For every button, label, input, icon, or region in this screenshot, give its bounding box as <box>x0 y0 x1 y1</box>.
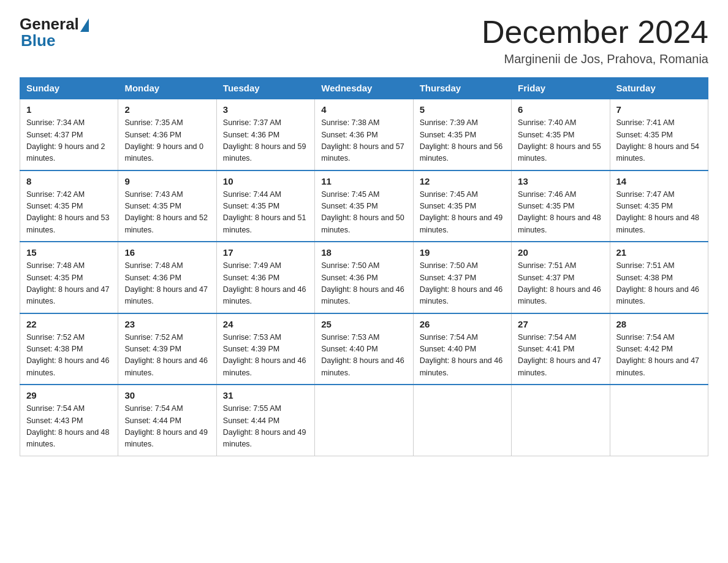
day-number: 22 <box>26 319 112 329</box>
calendar-cell: 1 Sunrise: 7:34 AMSunset: 4:37 PMDayligh… <box>20 99 118 170</box>
logo-triangle-icon <box>80 18 89 32</box>
calendar-table: SundayMondayTuesdayWednesdayThursdayFrid… <box>20 77 708 456</box>
calendar-cell: 21 Sunrise: 7:51 AMSunset: 4:38 PMDaylig… <box>610 242 708 313</box>
col-header-tuesday: Tuesday <box>216 78 314 99</box>
day-info: Sunrise: 7:51 AMSunset: 4:38 PMDaylight:… <box>616 261 700 305</box>
day-info: Sunrise: 7:42 AMSunset: 4:35 PMDaylight:… <box>26 190 110 234</box>
calendar-cell: 3 Sunrise: 7:37 AMSunset: 4:36 PMDayligh… <box>216 99 314 170</box>
calendar-cell: 16 Sunrise: 7:48 AMSunset: 4:36 PMDaylig… <box>118 242 216 313</box>
day-number: 30 <box>124 390 210 400</box>
day-info: Sunrise: 7:52 AMSunset: 4:38 PMDaylight:… <box>26 333 110 377</box>
day-info: Sunrise: 7:53 AMSunset: 4:40 PMDaylight:… <box>321 333 404 377</box>
day-number: 28 <box>616 319 702 329</box>
day-info: Sunrise: 7:54 AMSunset: 4:42 PMDaylight:… <box>616 333 700 377</box>
calendar-week-row: 15 Sunrise: 7:48 AMSunset: 4:35 PMDaylig… <box>20 242 708 313</box>
calendar-cell: 27 Sunrise: 7:54 AMSunset: 4:41 PMDaylig… <box>512 313 610 385</box>
calendar-cell: 19 Sunrise: 7:50 AMSunset: 4:37 PMDaylig… <box>413 242 511 313</box>
title-block: December 2024 Marginenii de Jos, Prahova… <box>482 15 708 66</box>
day-number: 10 <box>223 176 308 186</box>
day-number: 4 <box>321 104 406 115</box>
calendar-cell: 26 Sunrise: 7:54 AMSunset: 4:40 PMDaylig… <box>413 313 511 385</box>
day-number: 26 <box>420 319 505 329</box>
day-number: 5 <box>420 104 505 115</box>
day-number: 24 <box>223 319 308 329</box>
day-info: Sunrise: 7:38 AMSunset: 4:36 PMDaylight:… <box>321 118 404 163</box>
col-header-thursday: Thursday <box>413 78 511 99</box>
day-info: Sunrise: 7:55 AMSunset: 4:44 PMDaylight:… <box>223 404 306 448</box>
day-info: Sunrise: 7:45 AMSunset: 4:35 PMDaylight:… <box>321 190 404 234</box>
day-info: Sunrise: 7:54 AMSunset: 4:41 PMDaylight:… <box>518 333 601 377</box>
page-header: General Blue December 2024 Marginenii de… <box>20 15 708 66</box>
day-info: Sunrise: 7:34 AMSunset: 4:37 PMDaylight:… <box>26 118 105 163</box>
calendar-cell: 17 Sunrise: 7:49 AMSunset: 4:36 PMDaylig… <box>216 242 314 313</box>
calendar-cell: 18 Sunrise: 7:50 AMSunset: 4:36 PMDaylig… <box>315 242 413 313</box>
day-number: 7 <box>616 104 702 115</box>
day-info: Sunrise: 7:37 AMSunset: 4:36 PMDaylight:… <box>223 118 306 163</box>
day-number: 8 <box>26 176 112 186</box>
calendar-header: SundayMondayTuesdayWednesdayThursdayFrid… <box>20 78 708 99</box>
day-info: Sunrise: 7:43 AMSunset: 4:35 PMDaylight:… <box>124 190 208 234</box>
day-number: 27 <box>518 319 603 329</box>
day-number: 25 <box>321 319 406 329</box>
col-header-monday: Monday <box>118 78 216 99</box>
col-header-sunday: Sunday <box>20 78 118 99</box>
day-info: Sunrise: 7:54 AMSunset: 4:44 PMDaylight:… <box>124 404 208 448</box>
day-info: Sunrise: 7:45 AMSunset: 4:35 PMDaylight:… <box>420 190 503 234</box>
calendar-cell: 31 Sunrise: 7:55 AMSunset: 4:44 PMDaylig… <box>216 385 314 456</box>
day-number: 3 <box>223 104 308 115</box>
day-info: Sunrise: 7:48 AMSunset: 4:36 PMDaylight:… <box>124 261 208 305</box>
calendar-cell: 12 Sunrise: 7:45 AMSunset: 4:35 PMDaylig… <box>413 170 511 242</box>
calendar-week-row: 1 Sunrise: 7:34 AMSunset: 4:37 PMDayligh… <box>20 99 708 170</box>
calendar-cell: 9 Sunrise: 7:43 AMSunset: 4:35 PMDayligh… <box>118 170 216 242</box>
calendar-cell: 2 Sunrise: 7:35 AMSunset: 4:36 PMDayligh… <box>118 99 216 170</box>
day-number: 21 <box>616 247 702 258</box>
calendar-week-row: 22 Sunrise: 7:52 AMSunset: 4:38 PMDaylig… <box>20 313 708 385</box>
day-number: 6 <box>518 104 603 115</box>
calendar-cell: 7 Sunrise: 7:41 AMSunset: 4:35 PMDayligh… <box>610 99 708 170</box>
day-number: 29 <box>26 390 112 400</box>
day-info: Sunrise: 7:48 AMSunset: 4:35 PMDaylight:… <box>26 261 110 305</box>
calendar-cell: 29 Sunrise: 7:54 AMSunset: 4:43 PMDaylig… <box>20 385 118 456</box>
logo-blue-text: Blue <box>21 31 55 50</box>
calendar-cell: 10 Sunrise: 7:44 AMSunset: 4:35 PMDaylig… <box>216 170 314 242</box>
day-info: Sunrise: 7:50 AMSunset: 4:36 PMDaylight:… <box>321 261 404 305</box>
day-info: Sunrise: 7:54 AMSunset: 4:43 PMDaylight:… <box>26 404 110 448</box>
day-info: Sunrise: 7:44 AMSunset: 4:35 PMDaylight:… <box>223 190 306 234</box>
day-number: 17 <box>223 247 308 258</box>
month-title: December 2024 <box>482 15 708 50</box>
day-number: 16 <box>124 247 210 258</box>
calendar-cell: 8 Sunrise: 7:42 AMSunset: 4:35 PMDayligh… <box>20 170 118 242</box>
day-number: 15 <box>26 247 112 258</box>
calendar-cell <box>610 385 708 456</box>
calendar-cell: 11 Sunrise: 7:45 AMSunset: 4:35 PMDaylig… <box>315 170 413 242</box>
day-number: 13 <box>518 176 603 186</box>
day-info: Sunrise: 7:39 AMSunset: 4:35 PMDaylight:… <box>420 118 503 163</box>
col-header-wednesday: Wednesday <box>315 78 413 99</box>
calendar-cell: 23 Sunrise: 7:52 AMSunset: 4:39 PMDaylig… <box>118 313 216 385</box>
day-number: 14 <box>616 176 702 186</box>
calendar-cell: 4 Sunrise: 7:38 AMSunset: 4:36 PMDayligh… <box>315 99 413 170</box>
calendar-cell: 6 Sunrise: 7:40 AMSunset: 4:35 PMDayligh… <box>512 99 610 170</box>
calendar-cell <box>315 385 413 456</box>
day-number: 2 <box>124 104 210 115</box>
calendar-cell: 20 Sunrise: 7:51 AMSunset: 4:37 PMDaylig… <box>512 242 610 313</box>
day-info: Sunrise: 7:46 AMSunset: 4:35 PMDaylight:… <box>518 190 601 234</box>
day-number: 19 <box>420 247 505 258</box>
calendar-body: 1 Sunrise: 7:34 AMSunset: 4:37 PMDayligh… <box>20 99 708 456</box>
day-info: Sunrise: 7:35 AMSunset: 4:36 PMDaylight:… <box>124 118 203 163</box>
day-info: Sunrise: 7:41 AMSunset: 4:35 PMDaylight:… <box>616 118 700 163</box>
day-info: Sunrise: 7:49 AMSunset: 4:36 PMDaylight:… <box>223 261 306 305</box>
day-info: Sunrise: 7:51 AMSunset: 4:37 PMDaylight:… <box>518 261 601 305</box>
logo: General Blue <box>20 15 89 50</box>
day-info: Sunrise: 7:54 AMSunset: 4:40 PMDaylight:… <box>420 333 503 377</box>
col-header-friday: Friday <box>512 78 610 99</box>
calendar-cell: 28 Sunrise: 7:54 AMSunset: 4:42 PMDaylig… <box>610 313 708 385</box>
col-header-saturday: Saturday <box>610 78 708 99</box>
day-info: Sunrise: 7:50 AMSunset: 4:37 PMDaylight:… <box>420 261 503 305</box>
day-info: Sunrise: 7:52 AMSunset: 4:39 PMDaylight:… <box>124 333 208 377</box>
calendar-cell: 25 Sunrise: 7:53 AMSunset: 4:40 PMDaylig… <box>315 313 413 385</box>
calendar-cell: 5 Sunrise: 7:39 AMSunset: 4:35 PMDayligh… <box>413 99 511 170</box>
calendar-cell <box>512 385 610 456</box>
calendar-cell: 22 Sunrise: 7:52 AMSunset: 4:38 PMDaylig… <box>20 313 118 385</box>
day-number: 31 <box>223 390 308 400</box>
